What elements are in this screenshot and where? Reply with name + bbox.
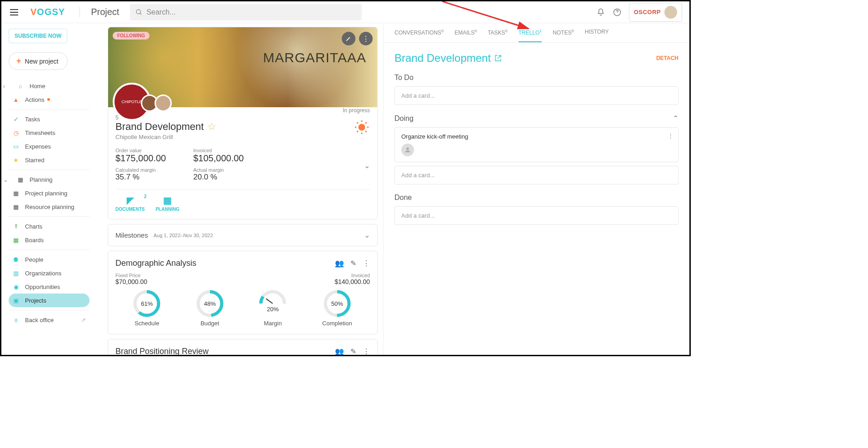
edit-icon[interactable]: ✎ <box>350 347 356 355</box>
project-section: Demographic Analysis 👥 ✎ ⋮ Fixed Price$7… <box>108 251 378 334</box>
gauge-completion: 50%Completion <box>322 290 352 327</box>
menu-icon[interactable] <box>9 7 20 18</box>
bank-icon: Ⲷ <box>12 316 20 324</box>
sidebar: SUBSCRIBE NOW + New project ›⌂Home ▲Acti… <box>1 23 97 355</box>
section-title: Demographic Analysis <box>115 259 335 268</box>
tab-notes[interactable]: NOTES0 <box>553 29 574 42</box>
sidebar-item-boards[interactable]: ▦Boards <box>9 233 90 247</box>
sidebar-item-tasks[interactable]: ✓Tasks <box>9 112 90 126</box>
page-title: Project <box>91 7 119 17</box>
briefcase-icon: ▣ <box>12 297 20 304</box>
external-icon: ↗ <box>81 317 86 324</box>
tab-tasks[interactable]: TASKS0 <box>488 29 507 42</box>
more-button[interactable]: ⋮ <box>359 32 373 45</box>
tab-trello[interactable]: TRELLO1 <box>519 29 542 42</box>
svg-point-22 <box>406 148 409 150</box>
sidebar-item-expenses[interactable]: ▭Expenses <box>9 139 90 153</box>
tab-conversations[interactable]: CONVERSATIONS0 <box>394 29 444 42</box>
search-icon <box>135 9 143 16</box>
add-card-input[interactable]: Add a card... <box>394 86 678 105</box>
subscribe-button[interactable]: SUBSCRIBE NOW <box>9 29 67 43</box>
bulb-icon: ◉ <box>12 283 20 290</box>
sidebar-item-projects[interactable]: ▣Projects <box>9 294 90 307</box>
star-icon: ★ <box>12 156 20 164</box>
more-icon[interactable]: ⋮ <box>363 347 370 355</box>
svg-point-1 <box>136 10 140 14</box>
plus-icon: + <box>16 56 21 66</box>
more-icon[interactable]: ⋮ <box>363 259 370 268</box>
external-icon <box>494 55 502 62</box>
calendar-icon: ▦ <box>155 195 179 206</box>
project-status: In progress <box>343 107 370 114</box>
chevron-up-icon[interactable]: ⌃ <box>673 114 678 123</box>
avatar <box>664 6 677 19</box>
assign-icon[interactable]: 👥 <box>335 347 344 355</box>
sidebar-item-project-planning[interactable]: ▦Project planning <box>9 186 90 200</box>
right-panel: CONVERSATIONS0 EMAILS0 TASKS0 TRELLO1 NO… <box>383 23 689 355</box>
edit-icon[interactable]: ✎ <box>350 259 356 268</box>
svg-point-3 <box>359 124 365 131</box>
project-title: Brand Development ☆ <box>115 121 370 133</box>
sidebar-item-starred[interactable]: ★Starred <box>9 153 90 167</box>
tab-emails[interactable]: EMAILS0 <box>454 29 477 42</box>
chevron-down-icon[interactable]: ⌄ <box>364 231 370 239</box>
sidebar-item-people[interactable]: ⚉People <box>9 253 90 266</box>
check-icon: ✓ <box>12 115 20 123</box>
org-name[interactable]: Chipotle Mexican Grill <box>115 134 370 140</box>
calendar-icon: ▦ <box>17 176 24 183</box>
help-icon[interactable] <box>613 8 622 17</box>
add-card-input[interactable]: Add a card... <box>394 206 678 225</box>
bell-icon[interactable] <box>596 8 605 17</box>
home-icon: ⌂ <box>17 82 24 90</box>
trello-board-title[interactable]: Brand Development <box>394 52 502 65</box>
more-icon[interactable]: ⋮ <box>668 132 673 139</box>
new-project-button[interactable]: + New project <box>9 52 68 70</box>
project-number: 5 <box>115 114 370 121</box>
sidebar-item-back-office[interactable]: ⲶBack office↗ <box>9 313 90 327</box>
trello-list-done: Done Add a card... <box>394 194 678 225</box>
assign-icon[interactable]: 👥 <box>335 259 344 268</box>
planning-link[interactable]: ▦PLANNING <box>155 195 179 212</box>
boards-icon: ▦ <box>12 236 20 244</box>
documents-link[interactable]: ◤2DOCUMENTS <box>115 195 145 212</box>
calendar-icon: ▦ <box>12 203 20 210</box>
chart-icon: ⇑ <box>12 223 20 230</box>
gauge-schedule: 61%Schedule <box>133 290 160 327</box>
sun-icon <box>354 119 370 137</box>
sidebar-item-actions[interactable]: ▲Actions <box>9 93 90 106</box>
milestones-card[interactable]: Milestones Aug 1, 2022–Nov 30, 2022 ⌄ <box>108 224 378 246</box>
company-chip[interactable]: OSCORP <box>629 3 682 22</box>
following-badge[interactable]: FOLLOWING <box>113 32 150 40</box>
card-icon: ▭ <box>12 143 20 150</box>
edit-button[interactable] <box>342 32 355 45</box>
building-icon: ▥ <box>12 269 20 277</box>
sidebar-item-charts[interactable]: ⇑Charts <box>9 219 90 233</box>
sidebar-item-planning[interactable]: ⌄▦Planning <box>9 173 90 186</box>
project-section: Brand Positioning Review 👥 ✎ ⋮ Fixed Pri… <box>108 339 378 355</box>
center-column: MARGARITAAA FOLLOWING ⋮ CHIPOTLE In prog… <box>97 23 383 355</box>
people-icon: ⚉ <box>12 256 20 263</box>
right-tabs: CONVERSATIONS0 EMAILS0 TASKS0 TRELLO1 NO… <box>384 23 689 43</box>
detach-button[interactable]: DETACH <box>656 55 678 61</box>
chevron-down-icon: ⌄ <box>3 176 10 183</box>
tab-history[interactable]: HISTORY <box>585 29 609 42</box>
fire-icon: ▲ <box>12 96 20 103</box>
calendar-icon: ▦ <box>12 189 20 197</box>
sidebar-item-timesheets[interactable]: ◷Timesheets <box>9 126 90 139</box>
add-card-input[interactable]: Add a card... <box>394 166 678 184</box>
logo[interactable]: VOGSY <box>30 7 80 17</box>
section-title: Brand Positioning Review <box>115 347 335 355</box>
sidebar-item-home[interactable]: ›⌂Home <box>9 79 90 93</box>
trello-card[interactable]: Organize kick-off meeting ⋮ <box>394 127 678 162</box>
sidebar-item-resource-planning[interactable]: ▦Resource planning <box>9 200 90 214</box>
drive-icon: ◤ <box>115 195 145 206</box>
sidebar-item-organizations[interactable]: ▥Organizations <box>9 266 90 280</box>
search-input[interactable]: Search... <box>130 4 362 20</box>
badge-dot <box>47 98 50 101</box>
star-icon[interactable]: ☆ <box>207 121 216 133</box>
sidebar-item-opportunities[interactable]: ◉Opportunities <box>9 280 90 294</box>
gauge-budget: 48%Budget <box>196 290 224 327</box>
project-hero-card: MARGARITAAA FOLLOWING ⋮ CHIPOTLE In prog… <box>108 27 378 219</box>
trello-list-todo: To Do Add a card... <box>394 74 678 105</box>
chevron-down-icon[interactable]: ⌄ <box>364 161 370 170</box>
